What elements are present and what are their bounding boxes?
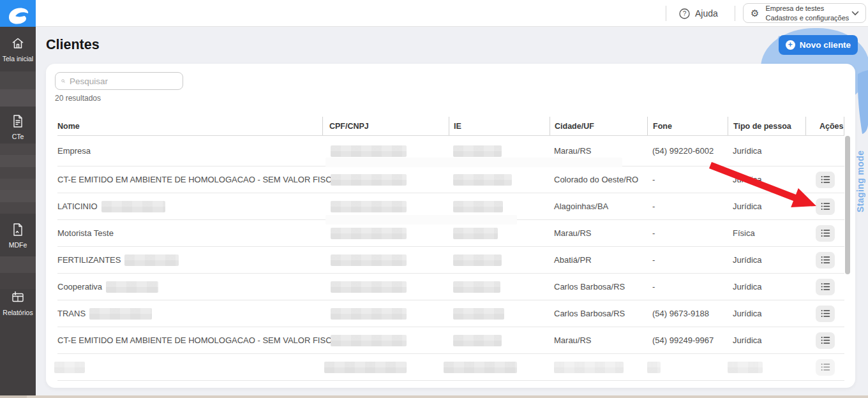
company-context: Cadastros e configurações bbox=[765, 14, 849, 22]
client-phone: (54) 9673-9188 bbox=[652, 309, 709, 318]
top-bar: ? Ajuda ⚙ Empresa de testes Cadastros e … bbox=[36, 0, 868, 27]
staging-mode-label: Staging mode bbox=[855, 129, 865, 212]
sidebar-item-relatorios[interactable]: Relatórios bbox=[0, 290, 36, 316]
redacted-block bbox=[331, 254, 407, 266]
client-city: Carlos Barbosa/RS bbox=[554, 282, 625, 291]
redacted-block bbox=[728, 362, 763, 373]
row-actions-button[interactable] bbox=[816, 306, 835, 322]
redacted-block bbox=[331, 281, 407, 293]
gear-icon: ⚙ bbox=[751, 8, 759, 19]
help-label: Ajuda bbox=[695, 8, 718, 18]
clients-card: 20 resultados Nome CPF/CNPJ IE Cidade/UF… bbox=[46, 64, 855, 388]
client-person-type: Jurídica bbox=[733, 202, 762, 211]
svg-text:?: ? bbox=[683, 10, 687, 17]
column-header-tipo-pessoa: Tipo de pessoa bbox=[728, 117, 805, 135]
divider bbox=[735, 6, 735, 21]
row-actions-button[interactable] bbox=[816, 225, 835, 242]
sidebar-item-cte[interactable]: CTe bbox=[0, 114, 36, 140]
client-city: Abatiá/PR bbox=[554, 255, 592, 265]
client-name: LATICINIO bbox=[57, 202, 98, 211]
sidebar: Tela inicial CTe MDFe bbox=[0, 0, 36, 395]
table-body: EmpresaMarau/RS(54) 99220-6002JurídicaCT… bbox=[57, 136, 844, 381]
row-actions-button[interactable] bbox=[816, 252, 835, 269]
app-logo[interactable] bbox=[0, 0, 36, 27]
redacted-block bbox=[453, 308, 504, 320]
table-row[interactable]: CT-E EMITIDO EM AMBIENTE DE HOMOLOGACAO … bbox=[57, 327, 844, 354]
redacted-block bbox=[331, 228, 407, 239]
report-download-icon bbox=[10, 290, 26, 305]
table-row[interactable]: CooperativaCarlos Barbosa/RS-Jurídica bbox=[57, 274, 844, 300]
redacted-block bbox=[101, 201, 165, 212]
redacted-block bbox=[453, 335, 502, 346]
column-header-ie: IE bbox=[449, 117, 550, 135]
table-row[interactable]: FERTILIZANTESAbatiá/PR-Jurídica bbox=[57, 247, 844, 274]
client-name: CT-E EMITIDO EM AMBIENTE DE HOMOLOGACAO … bbox=[57, 175, 341, 184]
decorative-blob-edge bbox=[855, 69, 868, 136]
client-person-type: Jurídica bbox=[733, 282, 762, 291]
client-phone: - bbox=[652, 202, 655, 211]
table-row[interactable]: TRANSCarlos Barbosa/RS(54) 9673-9188Jurí… bbox=[57, 300, 844, 327]
redacted-sidebar-item bbox=[0, 155, 36, 167]
sidebar-item-tela-inicial[interactable]: Tela inicial bbox=[0, 36, 36, 63]
redacted-block bbox=[331, 308, 407, 320]
client-name: TRANS bbox=[57, 309, 86, 318]
app-window: Staging mode ? Ajuda ⚙ Empresa de testes… bbox=[0, 0, 868, 398]
redacted-sidebar-item bbox=[0, 256, 36, 273]
client-phone: - bbox=[652, 175, 655, 184]
redacted-block bbox=[324, 362, 407, 373]
client-city: Colorado do Oeste/RO bbox=[554, 175, 638, 184]
sidebar-item-mdfe[interactable]: MDFe bbox=[0, 222, 36, 249]
client-name: CT-E EMITIDO EM AMBIENTE DE HOMOLOGACAO … bbox=[57, 335, 341, 345]
client-phone: - bbox=[652, 282, 655, 291]
redacted-block bbox=[647, 362, 661, 373]
row-actions-button[interactable] bbox=[816, 279, 835, 295]
redacted-block bbox=[331, 145, 407, 157]
redacted-block bbox=[453, 145, 502, 157]
logo-icon bbox=[0, 0, 36, 27]
client-name: FERTILIZANTES bbox=[57, 255, 121, 265]
company-name: Empresa de testes bbox=[765, 4, 824, 12]
client-city: Alagoinhas/BA bbox=[554, 202, 608, 211]
company-selector[interactable]: ⚙ Empresa de testes Cadastros e configur… bbox=[743, 3, 866, 23]
search-icon bbox=[61, 77, 65, 85]
client-name: Empresa bbox=[57, 146, 91, 156]
question-circle-icon: ? bbox=[679, 8, 690, 19]
redacted-block bbox=[106, 281, 158, 293]
column-header-nome: Nome bbox=[57, 117, 322, 135]
table-row[interactable] bbox=[57, 354, 844, 381]
scrollbar-thumb[interactable] bbox=[845, 136, 850, 274]
client-city: Marau/RS bbox=[554, 146, 592, 156]
client-person-type: Jurídica bbox=[733, 335, 762, 345]
redacted-sidebar-item bbox=[0, 273, 36, 289]
sidebar-item-label: CTe bbox=[0, 133, 36, 140]
results-count: 20 resultados bbox=[55, 94, 101, 103]
search-box bbox=[55, 72, 183, 90]
search-input[interactable] bbox=[70, 77, 183, 86]
row-actions-button[interactable] bbox=[816, 332, 835, 349]
redacted-sidebar-item bbox=[0, 144, 36, 155]
help-button[interactable]: ? Ajuda bbox=[679, 0, 718, 27]
redacted-block bbox=[331, 201, 407, 212]
redacted-block bbox=[444, 362, 517, 373]
row-actions-button[interactable] bbox=[816, 198, 835, 215]
redacted-sidebar-item bbox=[0, 89, 36, 107]
new-client-button[interactable]: + Novo cliente bbox=[779, 35, 858, 55]
client-person-type: Jurídica bbox=[733, 255, 762, 265]
client-person-type: Física bbox=[733, 228, 755, 238]
home-icon bbox=[10, 36, 26, 51]
table-header: Nome CPF/CNPJ IE Cidade/UF Fone Tipo de … bbox=[57, 117, 844, 136]
client-city: Marau/RS bbox=[554, 228, 592, 238]
client-city: Marau/RS bbox=[554, 335, 592, 345]
row-actions-button[interactable] bbox=[816, 172, 835, 188]
table-row[interactable]: CT-E EMITIDO EM AMBIENTE DE HOMOLOGACAO … bbox=[57, 166, 844, 193]
row-actions-button[interactable] bbox=[816, 359, 835, 376]
new-client-label: Novo cliente bbox=[800, 40, 851, 50]
redacted-sidebar-item bbox=[0, 202, 36, 214]
divider bbox=[666, 6, 666, 21]
sidebar-item-label: Tela inicial bbox=[0, 55, 36, 63]
column-header-cidade-uf: Cidade/UF bbox=[550, 117, 647, 135]
client-phone: - bbox=[652, 255, 655, 265]
redacted-block bbox=[453, 254, 502, 266]
redaction-bleed bbox=[326, 215, 517, 225]
column-header-acoes: Ações bbox=[805, 117, 844, 135]
